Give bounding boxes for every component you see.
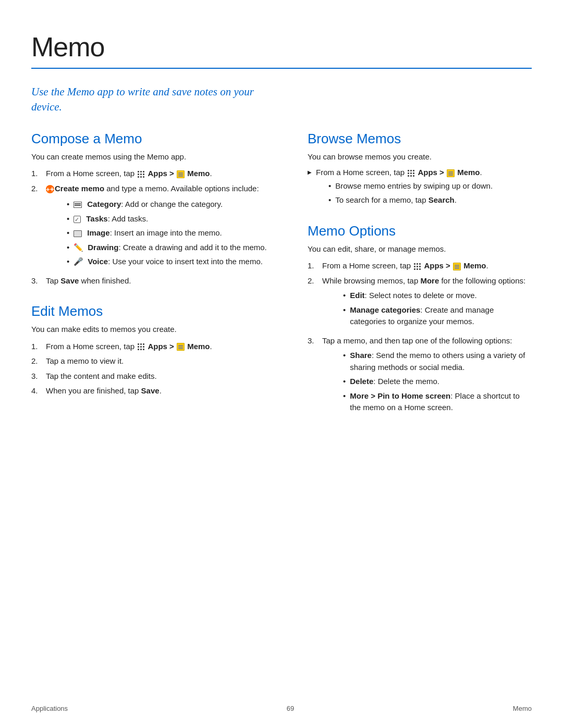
step-text: From a Home screen, tap Apps > Memo. (322, 260, 488, 272)
memo-icon (447, 169, 455, 177)
category-icon (74, 199, 83, 211)
option-voice: 🎤 Voice: Use your voice to insert text i… (67, 256, 267, 268)
memo-options-steps: 1. From a Home screen, tap Apps > Memo. … (308, 260, 532, 418)
edit-step-4: 4. When you are finished, tap Save. (31, 385, 276, 397)
step3-bullets: Share: Send the memo to others using a v… (333, 350, 532, 414)
compose-heading: Compose a Memo (31, 131, 276, 147)
step-text: While browsing memos, tap More for the f… (322, 275, 532, 332)
step-text: Tap a memo, and then tap one of the foll… (322, 335, 532, 418)
step-num: 1. (31, 341, 43, 353)
bullet-text: Browse memo entries by swiping up or dow… (335, 180, 493, 192)
step-num: 2. (31, 183, 43, 272)
edit-step-3: 3. Tap the content and make edits. (31, 371, 276, 382)
edit-heading: Edit Memos (31, 303, 276, 319)
memo-icon (453, 263, 461, 270)
edit-step-1: 1. From a Home screen, tap Apps > Memo. (31, 341, 276, 353)
step-text: Tap Save when finished. (46, 275, 131, 287)
title-rule (31, 68, 532, 69)
image-icon (74, 227, 83, 239)
main-columns: Compose a Memo You can create memos usin… (31, 131, 532, 423)
edit-steps: 1. From a Home screen, tap Apps > Memo. … (31, 341, 276, 397)
step-num: 2. (31, 355, 43, 367)
memo-options-step-3: 3. Tap a memo, and then tap one of the f… (308, 335, 532, 418)
memo-icon (177, 343, 185, 351)
option-text: Category: Add or change the category. (87, 199, 223, 211)
browse-arrow-item: From a Home screen, tap Apps > Memo. (308, 168, 532, 177)
memo-options-body: You can edit, share, or manage memos. (308, 243, 532, 255)
apps-icon (407, 169, 415, 177)
step-num: 3. (308, 335, 319, 418)
bullet-text: Manage categories: Create and manage cat… (350, 304, 532, 328)
create-icon: + (46, 185, 54, 193)
browse-heading: Browse Memos (308, 131, 532, 147)
option-delete: Delete: Delete the memo. (343, 376, 532, 388)
intro-text: Use the Memo app to write and save notes… (31, 84, 261, 115)
apps-icon (137, 343, 145, 351)
compose-body: You can create memos using the Memo app. (31, 151, 276, 163)
page-footer: Applications 69 Memo (31, 705, 532, 712)
step-num: 1. (308, 260, 319, 272)
arrow-text: From a Home screen, tap Apps > Memo. (316, 168, 482, 177)
step-text: Tap the content and make edits. (46, 371, 157, 382)
footer-left: Applications (31, 705, 68, 712)
right-column: Browse Memos You can browse memos you cr… (308, 131, 532, 423)
step-num: 4. (31, 385, 43, 397)
option-tasks: Tasks: Add tasks. (67, 213, 267, 225)
step-text: +Create memo and type a memo. Available … (46, 183, 267, 272)
memo-options-heading: Memo Options (308, 223, 532, 239)
page-container: Memo Use the Memo app to write and save … (0, 0, 563, 465)
memo-options-step-2: 2. While browsing memos, tap More for th… (308, 275, 532, 332)
edit-step-2: 2. Tap a memo to view it. (31, 355, 276, 367)
step-text: From a Home screen, tap Apps > Memo. (46, 168, 212, 180)
bullet-text: More > Pin to Home screen: Place a short… (350, 390, 532, 414)
option-text: Image: Insert an image into the memo. (87, 227, 222, 239)
footer-right: Memo (513, 705, 532, 712)
option-share: Share: Send the memo to others using a v… (343, 350, 532, 373)
compose-step-3: 3. Tap Save when finished. (31, 275, 276, 287)
option-category: Category: Add or change the category. (67, 199, 267, 211)
tasks-icon (74, 213, 82, 225)
drawing-icon: ✏️ (74, 242, 83, 254)
apps-icon (413, 263, 421, 270)
step-num: 3. (31, 275, 43, 287)
bullet-text: Edit: Select notes to delete or move. (350, 290, 476, 302)
bullet-text: Delete: Delete the memo. (350, 376, 439, 388)
page-title: Memo (31, 31, 532, 63)
bullet-text: Share: Send the memo to others using a v… (350, 350, 532, 373)
compose-step-1: 1. From a Home screen, tap Apps > Memo. (31, 168, 276, 180)
option-text: Voice: Use your voice to insert text int… (88, 256, 263, 268)
step-text: From a Home screen, tap Apps > Memo. (46, 341, 212, 353)
left-column: Compose a Memo You can create memos usin… (31, 131, 276, 402)
apps-icon (137, 170, 145, 178)
compose-steps: 1. From a Home screen, tap Apps > Memo. … (31, 168, 276, 287)
option-edit: Edit: Select notes to delete or move. (343, 290, 532, 302)
browse-bullets: Browse memo entries by swiping up or dow… (318, 180, 532, 206)
footer-center: 69 (287, 705, 294, 712)
step-text: Tap a memo to view it. (46, 355, 124, 367)
step-num: 1. (31, 168, 43, 180)
option-drawing: ✏️ Drawing: Create a drawing and add it … (67, 242, 267, 254)
voice-icon: 🎤 (74, 256, 83, 268)
option-text: Drawing: Create a drawing and add it to … (88, 242, 267, 254)
option-text: Tasks: Add tasks. (86, 213, 148, 225)
memo-options-step-1: 1. From a Home screen, tap Apps > Memo. (308, 260, 532, 272)
browse-bullet-2: To search for a memo, tap Search. (328, 194, 532, 206)
step-text: When you are finished, tap Save. (46, 385, 162, 397)
bullet-text: To search for a memo, tap Search. (335, 194, 457, 206)
compose-options: Category: Add or change the category. Ta… (56, 199, 267, 268)
compose-step-2: 2. +Create memo and type a memo. Availab… (31, 183, 276, 272)
option-manage-categories: Manage categories: Create and manage cat… (343, 304, 532, 328)
memo-icon (177, 170, 185, 178)
step-num: 2. (308, 275, 319, 332)
browse-body: You can browse memos you create. (308, 151, 532, 163)
step-num: 3. (31, 371, 43, 382)
option-pin: More > Pin to Home screen: Place a short… (343, 390, 532, 414)
edit-body: You can make edits to memos you create. (31, 324, 276, 336)
step2-bullets: Edit: Select notes to delete or move. Ma… (333, 290, 532, 328)
browse-bullet-1: Browse memo entries by swiping up or dow… (328, 180, 532, 192)
option-image: Image: Insert an image into the memo. (67, 227, 267, 239)
